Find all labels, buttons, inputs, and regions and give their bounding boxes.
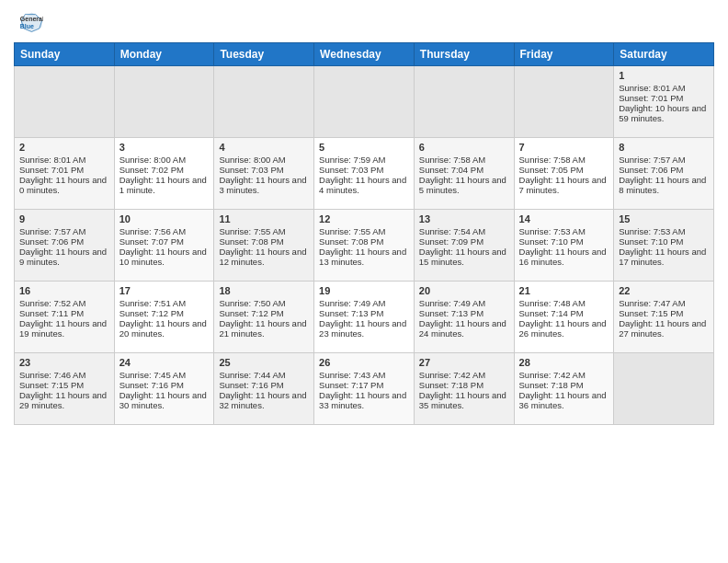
- sunset-text: Sunset: 7:18 PM: [419, 380, 509, 390]
- day-number: 12: [319, 213, 409, 224]
- day-number: 3: [119, 142, 210, 153]
- sunset-text: Sunset: 7:01 PM: [619, 93, 709, 103]
- sunrise-text: Sunrise: 7:56 AM: [119, 226, 210, 236]
- calendar-cell: 11Sunrise: 7:55 AMSunset: 7:08 PMDayligh…: [214, 210, 314, 282]
- calendar-cell: 15Sunrise: 7:53 AMSunset: 7:10 PMDayligh…: [614, 210, 714, 282]
- sunset-text: Sunset: 7:06 PM: [619, 165, 709, 175]
- day-number: 8: [619, 142, 709, 153]
- sunset-text: Sunset: 7:05 PM: [519, 165, 609, 175]
- sunrise-text: Sunrise: 7:54 AM: [419, 226, 509, 236]
- day-number: 24: [119, 357, 210, 368]
- sunset-text: Sunset: 7:18 PM: [519, 380, 609, 390]
- sunrise-text: Sunrise: 7:49 AM: [419, 298, 509, 308]
- calendar-cell: [15, 66, 115, 138]
- calendar-cell: 26Sunrise: 7:43 AMSunset: 7:17 PMDayligh…: [314, 353, 415, 425]
- daylight-text: Daylight: 11 hours and 33 minutes.: [319, 390, 409, 410]
- sunset-text: Sunset: 7:15 PM: [619, 308, 709, 318]
- daylight-text: Daylight: 11 hours and 4 minutes.: [319, 175, 409, 195]
- day-header-friday: Friday: [514, 43, 614, 66]
- sunrise-text: Sunrise: 7:46 AM: [19, 370, 109, 380]
- day-header-saturday: Saturday: [614, 43, 714, 66]
- day-number: 7: [519, 142, 609, 153]
- sunset-text: Sunset: 7:16 PM: [219, 380, 309, 390]
- calendar-cell: [614, 353, 714, 425]
- sunset-text: Sunset: 7:16 PM: [119, 380, 210, 390]
- daylight-text: Daylight: 11 hours and 27 minutes.: [619, 318, 709, 339]
- sunrise-text: Sunrise: 7:59 AM: [319, 155, 409, 165]
- sunrise-text: Sunrise: 7:52 AM: [19, 298, 109, 308]
- calendar-cell: 4Sunrise: 8:00 AMSunset: 7:03 PMDaylight…: [214, 138, 314, 210]
- calendar-cell: 27Sunrise: 7:42 AMSunset: 7:18 PMDayligh…: [414, 353, 514, 425]
- day-number: 13: [419, 213, 509, 224]
- sunset-text: Sunset: 7:12 PM: [219, 308, 309, 318]
- calendar-cell: 25Sunrise: 7:44 AMSunset: 7:16 PMDayligh…: [214, 353, 314, 425]
- sunrise-text: Sunrise: 7:45 AM: [119, 370, 210, 380]
- sunrise-text: Sunrise: 7:57 AM: [619, 155, 709, 165]
- day-number: 19: [319, 285, 409, 296]
- day-header-tuesday: Tuesday: [214, 43, 314, 66]
- sunset-text: Sunset: 7:09 PM: [419, 236, 509, 247]
- week-row-5: 23Sunrise: 7:46 AMSunset: 7:15 PMDayligh…: [15, 353, 714, 425]
- calendar-cell: 3Sunrise: 8:00 AMSunset: 7:02 PMDaylight…: [114, 138, 214, 210]
- sunrise-text: Sunrise: 7:58 AM: [419, 155, 509, 165]
- calendar-cell: 8Sunrise: 7:57 AMSunset: 7:06 PMDaylight…: [614, 138, 714, 210]
- sunrise-text: Sunrise: 7:44 AM: [219, 370, 309, 380]
- calendar-cell: 14Sunrise: 7:53 AMSunset: 7:10 PMDayligh…: [514, 210, 614, 282]
- day-number: 11: [219, 213, 309, 224]
- logo-icon: General Blue: [17, 9, 43, 35]
- day-number: 6: [419, 142, 509, 153]
- header-row: General Blue: [14, 9, 714, 35]
- svg-text:General: General: [20, 16, 43, 22]
- calendar-cell: 10Sunrise: 7:56 AMSunset: 7:07 PMDayligh…: [114, 210, 214, 282]
- daylight-text: Daylight: 11 hours and 3 minutes.: [219, 175, 309, 195]
- daylight-text: Daylight: 11 hours and 30 minutes.: [119, 390, 210, 410]
- calendar-cell: 22Sunrise: 7:47 AMSunset: 7:15 PMDayligh…: [614, 282, 714, 353]
- daylight-text: Daylight: 11 hours and 1 minute.: [119, 175, 210, 195]
- calendar-cell: [114, 66, 214, 138]
- day-number: 9: [19, 213, 109, 224]
- calendar-cell: 5Sunrise: 7:59 AMSunset: 7:03 PMDaylight…: [314, 138, 415, 210]
- sunset-text: Sunset: 7:14 PM: [519, 308, 609, 318]
- day-number: 17: [119, 285, 210, 296]
- daylight-text: Daylight: 11 hours and 24 minutes.: [419, 318, 509, 339]
- svg-text:Blue: Blue: [20, 23, 34, 29]
- sunset-text: Sunset: 7:17 PM: [319, 380, 409, 390]
- sunrise-text: Sunrise: 7:49 AM: [319, 298, 409, 308]
- day-number: 15: [619, 213, 709, 224]
- sunset-text: Sunset: 7:04 PM: [419, 165, 509, 175]
- calendar-cell: 12Sunrise: 7:55 AMSunset: 7:08 PMDayligh…: [314, 210, 415, 282]
- calendar-cell: 16Sunrise: 7:52 AMSunset: 7:11 PMDayligh…: [15, 282, 115, 353]
- logo: General Blue: [14, 9, 45, 35]
- sunrise-text: Sunrise: 7:53 AM: [519, 226, 609, 236]
- daylight-text: Daylight: 11 hours and 7 minutes.: [519, 175, 609, 195]
- sunset-text: Sunset: 7:01 PM: [19, 165, 109, 175]
- sunrise-text: Sunrise: 7:42 AM: [519, 370, 609, 380]
- calendar-cell: 23Sunrise: 7:46 AMSunset: 7:15 PMDayligh…: [15, 353, 115, 425]
- week-row-4: 16Sunrise: 7:52 AMSunset: 7:11 PMDayligh…: [15, 282, 714, 353]
- day-number: 4: [219, 142, 309, 153]
- daylight-text: Daylight: 11 hours and 23 minutes.: [319, 318, 409, 339]
- day-number: 1: [619, 70, 709, 81]
- sunset-text: Sunset: 7:08 PM: [219, 236, 309, 247]
- calendar-cell: 24Sunrise: 7:45 AMSunset: 7:16 PMDayligh…: [114, 353, 214, 425]
- calendar-cell: 7Sunrise: 7:58 AMSunset: 7:05 PMDaylight…: [514, 138, 614, 210]
- sunrise-text: Sunrise: 7:43 AM: [319, 370, 409, 380]
- sunset-text: Sunset: 7:10 PM: [619, 236, 709, 247]
- header-row-days: SundayMondayTuesdayWednesdayThursdayFrid…: [15, 43, 714, 66]
- sunrise-text: Sunrise: 7:50 AM: [219, 298, 309, 308]
- day-number: 18: [219, 285, 309, 296]
- sunrise-text: Sunrise: 7:51 AM: [119, 298, 210, 308]
- daylight-text: Daylight: 11 hours and 0 minutes.: [19, 175, 109, 195]
- week-row-1: 1Sunrise: 8:01 AMSunset: 7:01 PMDaylight…: [15, 66, 714, 138]
- sunrise-text: Sunrise: 7:53 AM: [619, 226, 709, 236]
- sunrise-text: Sunrise: 7:48 AM: [519, 298, 609, 308]
- daylight-text: Daylight: 11 hours and 26 minutes.: [519, 318, 609, 339]
- day-number: 10: [119, 213, 210, 224]
- daylight-text: Daylight: 11 hours and 15 minutes.: [419, 247, 509, 267]
- daylight-text: Daylight: 11 hours and 20 minutes.: [119, 318, 210, 339]
- sunset-text: Sunset: 7:11 PM: [19, 308, 109, 318]
- calendar-cell: [414, 66, 514, 138]
- day-number: 2: [19, 142, 109, 153]
- day-number: 21: [519, 285, 609, 296]
- daylight-text: Daylight: 10 hours and 59 minutes.: [619, 103, 709, 123]
